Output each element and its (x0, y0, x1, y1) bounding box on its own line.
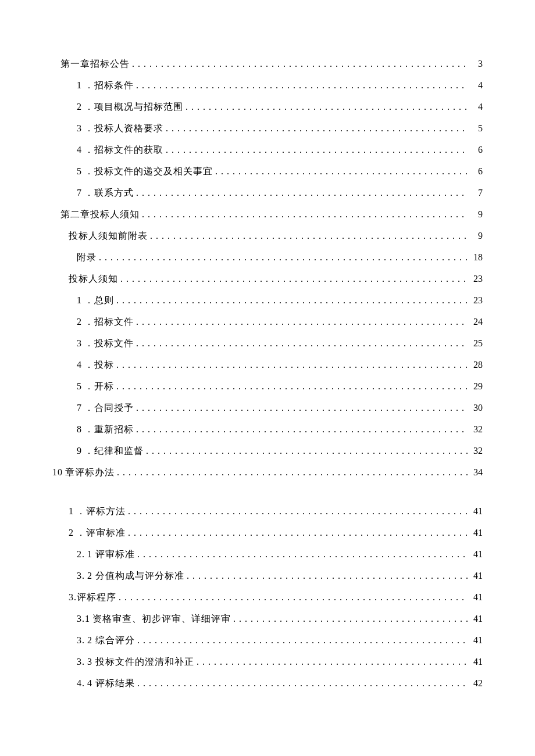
toc-entry[interactable]: 5．投标文件的递交及相关事宜6 (52, 166, 483, 178)
toc-entry[interactable]: 3．投标人资格要求5 (52, 123, 483, 135)
toc-leader-dots (148, 231, 468, 241)
toc-entry[interactable]: 1．招标条件4 (52, 80, 483, 92)
toc-entry[interactable]: 5．开标29 (52, 381, 483, 393)
toc-label: ．投标文件 (84, 338, 134, 350)
toc-page-number: 41 (468, 635, 483, 646)
toc-entry[interactable]: 7．合同授予30 (52, 402, 483, 414)
toc-leader-dots (194, 657, 468, 667)
toc-label: ．合同授予 (84, 402, 134, 414)
toc-number: 2. (77, 549, 85, 560)
toc-leader-dots (97, 252, 468, 263)
toc-label: ．投标文件的递交及相关事宜 (84, 166, 213, 178)
toc-number: 3. (77, 571, 85, 581)
toc-page-number: 32 (468, 424, 483, 435)
toc-entry[interactable]: 3．投标文件25 (52, 338, 483, 350)
toc-label: ．项目概况与招标范围 (84, 101, 183, 113)
toc-label: 第二章投标人须知 (60, 209, 140, 221)
toc-number: 3 (77, 123, 82, 134)
toc-leader-dots (184, 571, 468, 581)
toc-number: 7 (77, 188, 82, 198)
toc-entry[interactable]: 3.评标程序41 (52, 592, 483, 604)
toc-page-number: 18 (468, 252, 483, 263)
toc-entry[interactable]: 8．重新招标32 (52, 424, 483, 436)
toc-page-number: 28 (468, 360, 483, 370)
toc-page-number: 6 (468, 145, 483, 155)
toc-entry[interactable]: 4. 4 评标结果42 (52, 678, 483, 690)
toc-leader-dots (134, 403, 468, 413)
toc-leader-dots (114, 381, 468, 392)
toc-entry[interactable]: 1．总则23 (52, 295, 483, 307)
toc-label: 投标人须知前附表 (69, 230, 148, 242)
toc-number: 3. (77, 657, 85, 667)
toc-entry[interactable]: 3. 2 分值构成与评分标准41 (52, 570, 483, 582)
toc-label: 章评标办法 (65, 467, 115, 479)
toc-leader-dots (163, 123, 468, 134)
toc-leader-dots (140, 209, 468, 220)
toc-entry[interactable]: 9．纪律和监督32 (52, 445, 483, 457)
toc-number: 3 (77, 338, 82, 349)
toc-leader-dots (114, 360, 468, 370)
toc-label: ．重新招标 (84, 424, 134, 436)
toc-entry[interactable]: 7．联系方式7 (52, 187, 483, 199)
toc-label: 3.评标程序 (69, 592, 116, 604)
toc-label: ．总则 (84, 295, 114, 307)
toc-number: 10 (52, 467, 63, 478)
toc-page-number: 23 (468, 274, 483, 284)
toc-label: ．纪律和监督 (84, 445, 144, 457)
toc-label: ．招标条件 (84, 80, 134, 92)
toc-page-number: 4 (468, 80, 483, 91)
toc-page-number: 3 (468, 59, 483, 69)
toc-entry[interactable]: 3.1 资格审查、初步评审、详细评审41 (52, 613, 483, 625)
toc-leader-dots (183, 102, 468, 112)
toc-page-number: 9 (468, 209, 483, 220)
toc-leader-dots (134, 338, 468, 349)
toc-page-number: 41 (468, 614, 483, 624)
toc-leader-dots (213, 166, 468, 177)
toc-leader-dots (130, 59, 468, 69)
toc-leader-dots (134, 317, 468, 327)
toc-entry[interactable]: 附录18 (52, 252, 483, 264)
toc-page-number: 6 (468, 166, 483, 177)
toc-label: ．评标方法 (76, 506, 126, 518)
toc-page-number: 42 (468, 678, 483, 689)
toc-entry[interactable]: 4．投标28 (52, 359, 483, 371)
toc-entry[interactable]: 2．招标文件24 (52, 316, 483, 328)
toc-page-number: 23 (468, 295, 483, 306)
toc-number: 4 (77, 145, 82, 155)
toc-entry[interactable]: 第二章投标人须知9 (52, 209, 483, 221)
toc-leader-dots (115, 467, 468, 478)
toc-leader-dots (135, 549, 468, 560)
toc-leader-dots (126, 528, 468, 538)
toc-label: 3 投标文件的澄清和补正 (87, 656, 194, 668)
toc-entry[interactable]: 2．评审标准41 (52, 527, 483, 539)
toc-entry[interactable]: 2．项目概况与招标范围4 (52, 101, 483, 113)
toc-page-number: 41 (468, 571, 483, 581)
toc-number: 3.1 (77, 614, 90, 624)
toc-label: 2 综合评分 (87, 635, 135, 647)
toc-entry[interactable]: 3. 2 综合评分41 (52, 635, 483, 647)
toc-entry[interactable]: 3. 3 投标文件的澄清和补正41 (52, 656, 483, 668)
toc-entry[interactable]: 第一章招标公告3 (52, 58, 483, 70)
toc-page-number: 41 (468, 506, 483, 517)
toc-label: ．招标文件的获取 (84, 144, 163, 156)
toc-entry[interactable]: 投标人须知23 (52, 273, 483, 285)
toc-label: 附录 (77, 252, 97, 264)
toc-entry[interactable]: 4．招标文件的获取6 (52, 144, 483, 156)
toc-number: 2 (77, 102, 82, 112)
toc-label: ．招标文件 (84, 316, 134, 328)
toc-number: 8 (77, 424, 82, 435)
toc-number: 1 (77, 295, 82, 306)
toc-entry[interactable]: 10 章评标办法34 (52, 467, 483, 479)
toc-entry[interactable]: 投标人须知前附表9 (52, 230, 483, 242)
toc-page-number: 25 (468, 338, 483, 349)
toc-number: 4 (77, 360, 82, 370)
toc-entry[interactable]: 2. 1 评审标准41 (52, 549, 483, 561)
toc-label: ．评审标准 (76, 527, 126, 539)
toc-page-number: 7 (468, 188, 483, 198)
toc-label: 1 评审标准 (87, 549, 135, 561)
toc-number: 4. (77, 678, 85, 689)
toc-page-number: 9 (468, 231, 483, 241)
toc-label: 投标人须知 (69, 273, 118, 285)
toc-entry[interactable]: 1．评标方法41 (52, 506, 483, 518)
toc-page-number: 41 (468, 592, 483, 603)
